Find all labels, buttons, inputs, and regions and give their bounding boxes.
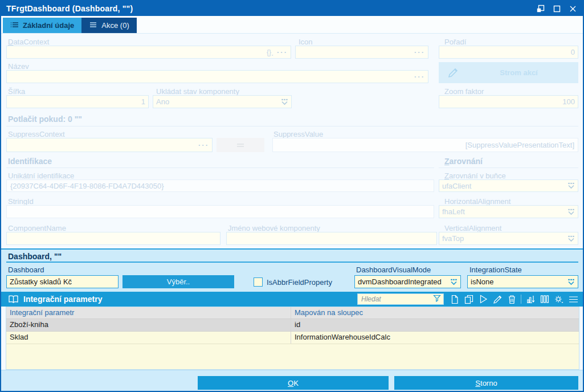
suppressvalue-value: [SuppressValuePresentationText] [465,141,574,149]
edit-pencil-icon [447,67,459,79]
zarovnani-section-header: Zarovnání [444,157,483,166]
grid-toolbar: Integrační parametry [1,292,583,307]
chart-export-icon[interactable] [525,294,536,304]
componentname-field-wrap [6,232,220,245]
toolbar-separator [521,295,521,304]
dashboard-input[interactable] [6,275,119,288]
grid-row-selected[interactable]: Zboží-kniha id [6,319,579,332]
dialog-window: TFrgtDashboard (Dashboard, "") Základní … [0,0,584,392]
poradi-input [439,46,578,59]
ukladat-stav-label: Ukládat stav komponenty [156,87,239,96]
run-icon[interactable] [478,294,488,304]
integration-grid: Integrační parametr Mapován na sloupec Z… [6,307,579,370]
nazev-field: ··· [6,70,428,83]
integration-state-dropdown[interactable]: isNone [467,275,578,288]
copy-icon[interactable] [464,294,474,304]
ukladat-stav-dropdown: Ano [153,95,292,108]
chevron-down-icon [281,99,288,105]
suppress-equals-button [217,138,264,152]
zarovnani-bunce-dropdown: ufaClient [439,179,578,192]
nazev-label: Název [8,62,29,71]
grid-cell-param[interactable]: Sklad [6,332,291,344]
tab-akce[interactable]: Akce (0) [81,18,136,33]
sirka-label: Šířka [8,87,25,96]
footer-bar: OK Storno [1,370,583,391]
jmeno-web-label: Jméno webové komponenty [228,224,320,232]
isabbr-checkbox[interactable] [254,277,263,287]
vertical-alignment-value: fvaTop [442,234,564,243]
ok-button-label: OK [288,379,299,387]
ellipsis-icon: ··· [277,48,288,56]
ellipsis-icon: ··· [414,48,425,56]
close-icon[interactable] [568,4,577,13]
horizontal-alignment-dropdown: fhaLeft [439,205,578,218]
delete-trash-icon[interactable] [507,294,517,304]
grid-header-row[interactable]: Integrační parametr Mapován na sloupec [6,307,579,319]
datacontext-field: {}˯ ··· [6,46,291,59]
divider [439,168,578,168]
jmeno-web-field-wrap [226,232,437,245]
suppressvalue-label: SuppressValue [273,130,323,138]
sirka-field-wrap [6,95,149,108]
vyber-button-label: Výběr.. [167,277,190,286]
new-document-icon[interactable] [450,294,460,304]
menu-icon[interactable] [568,294,578,304]
zoom-faktor-input [439,95,578,108]
icon-label: Icon [299,38,313,46]
filter-funnel-icon[interactable] [433,294,441,304]
chevron-down-icon [567,235,575,242]
ellipsis-icon: ··· [414,72,425,81]
search-input[interactable] [360,295,433,304]
identifikace-section-header: Identifikace [8,157,52,166]
chevron-down-icon [567,209,575,215]
tab-label: Akce (0) [101,21,129,30]
dock-icon[interactable] [536,4,545,13]
title-bar[interactable]: TFrgtDashboard (Dashboard, "") [1,1,583,16]
grid-search[interactable] [357,293,444,305]
zarovnani-bunce-label: Zarovnání v buňce [444,172,506,180]
tab-bar: Základní údaje Akce (0) [1,16,583,34]
grid-cell-param[interactable]: Zboží-kniha [6,319,291,331]
visual-mode-dropdown[interactable]: dvmDashboardIntegrated [354,275,461,288]
tab-label: Základní údaje [23,21,74,30]
icon-field: ··· [295,46,428,59]
tab-zakladni-udaje[interactable]: Základní údaje [3,18,81,33]
braces-icon: {}˯ [267,48,273,56]
integration-state-label: IntegrationState [469,266,522,274]
componentname-label: ComponentName [8,224,66,232]
ok-button[interactable]: OK [198,376,389,390]
zoom-faktor-label: Zoom faktor [444,87,484,96]
vyber-button[interactable]: Výběr.. [122,275,234,288]
dashboard-label: Dashboard [8,266,44,274]
chevron-down-icon [567,182,575,189]
vertical-alignment-label: VerticalAlignment [444,224,501,232]
dashboard-panel: Dashboard, "" Dashboard Výběr.. IsAbbrFi… [1,248,583,292]
settings-gear-icon[interactable] [554,294,564,304]
divider [6,168,434,168]
unikatni-value: {20937C64-4D6F-4F19-8086-FD4A7D443050} [10,182,164,190]
suppressvalue-field: [SuppressValuePresentationText] [272,138,578,152]
storno-button-label: Storno [475,379,497,387]
storno-button[interactable]: Storno [394,376,578,390]
divider [6,262,578,263]
list-icon [10,22,19,29]
grid-row[interactable]: Sklad InformationWarehouseIdCalc [6,332,579,344]
grid-cell-column[interactable]: InformationWarehouseIdCalc [291,332,579,344]
jmeno-web-input [226,232,437,245]
strom-akci-label: Strom akcí [459,68,578,77]
grid-header-mapped[interactable]: Mapován na sloupec [291,307,579,318]
suppresscontext-label: SuppressContext [8,130,65,138]
columns-icon[interactable] [540,294,550,304]
maximize-icon[interactable] [552,4,561,13]
dashboard-field-wrap [6,275,119,288]
horizontal-alignment-label: HorizontalAlignment [444,197,511,206]
ukladat-stav-value: Ano [156,97,277,106]
divider [6,126,578,126]
grid-cell-column[interactable]: id [291,319,579,331]
vertical-alignment-dropdown: fvaTop [439,232,578,245]
edit-pencil-icon[interactable] [492,294,503,304]
grid-header-param[interactable]: Integrační parametr [6,307,291,318]
zarovnani-bunce-value: ufaClient [442,182,564,190]
visual-mode-value: dvmDashboardIntegrated [358,277,447,286]
dashboard-panel-header: Dashboard, "" [8,252,62,261]
